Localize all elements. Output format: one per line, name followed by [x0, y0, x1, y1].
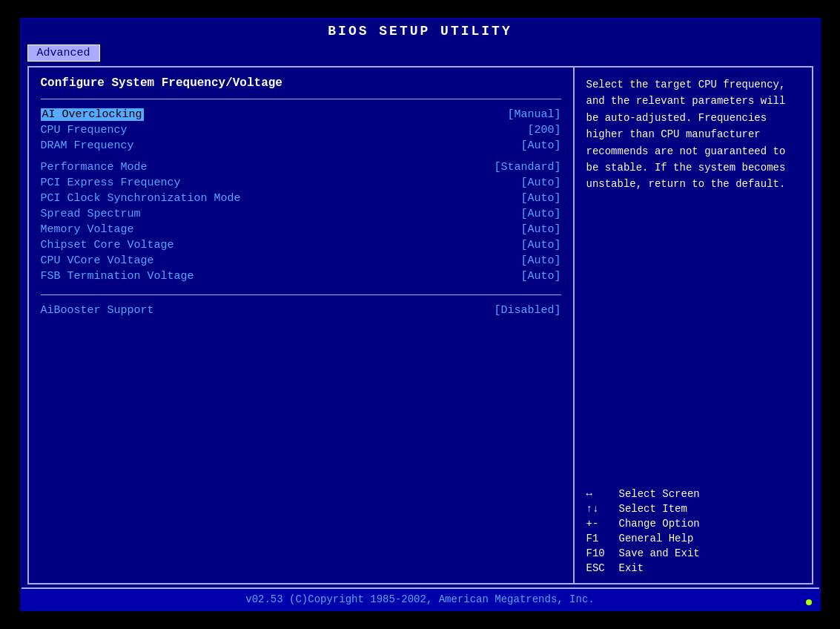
key-help-f10: F10 Save and Exit [586, 547, 800, 559]
help-text: Select the target CPU frequency, and the… [586, 76, 800, 193]
key-help-change-option: +- Change Option [586, 518, 800, 530]
title-text: BIOS SETUP UTILITY [328, 24, 512, 39]
menu-group-2: Performance Mode [Standard] PCI Express … [41, 159, 561, 284]
bios-main: Configure System Frequency/Voltage AI Ov… [27, 66, 813, 584]
item-name-fsb-term: FSB Termination Voltage [41, 270, 194, 283]
item-value-fsb-term: [Auto] [520, 270, 560, 283]
list-item[interactable]: PCI Clock Synchronization Mode [Auto] [41, 191, 561, 206]
item-name-ai-overclocking: AI Overclocking [41, 108, 144, 121]
status-indicator [806, 599, 812, 605]
item-value-cpu-vcore: [Auto] [520, 254, 560, 267]
key-symbol-plusminus: +- [586, 518, 613, 530]
list-item[interactable]: FSB Termination Voltage [Auto] [41, 269, 561, 284]
item-value-ai-overclocking: [Manual] [507, 108, 560, 121]
menu-group-1: AI Overclocking [Manual] CPU Frequency [… [41, 107, 561, 154]
list-item[interactable]: Performance Mode [Standard] [41, 159, 561, 175]
key-desc-save-exit: Save and Exit [619, 547, 700, 559]
list-item[interactable]: PCI Express Frequency [Auto] [41, 175, 561, 191]
nav-bar: Advanced [22, 43, 819, 63]
key-help-section: ↔ Select Screen ↑↓ Select Item +- Change… [586, 488, 800, 574]
key-help-f1: F1 General Help [586, 533, 800, 544]
list-item[interactable]: AI Overclocking [Manual] [41, 107, 561, 122]
key-desc-select-item: Select Item [619, 503, 687, 515]
bios-footer: v02.53 (C)Copyright 1985-2002, American … [22, 587, 819, 610]
list-item[interactable]: Memory Voltage [Auto] [41, 222, 561, 237]
item-value-mem-voltage: [Auto] [520, 223, 560, 236]
key-help-esc: ESC Exit [586, 562, 800, 574]
item-value-chipset-voltage: [Auto] [520, 239, 560, 251]
divider-bottom [41, 294, 561, 295]
item-name-chipset-voltage: Chipset Core Voltage [41, 239, 174, 251]
key-help-select-screen: ↔ Select Screen [586, 488, 800, 500]
divider-top [41, 99, 561, 99]
list-item[interactable]: AiBooster Support [Disabled] [41, 303, 561, 318]
menu-group-3: AiBooster Support [Disabled] [41, 303, 561, 318]
section-title: Configure System Frequency/Voltage [41, 76, 561, 90]
bios-container: BIOS SETUP UTILITY Advanced Configure Sy… [20, 18, 821, 611]
item-value-spread-spectrum: [Auto] [520, 208, 560, 220]
item-name-cpu-freq: CPU Frequency [41, 124, 128, 136]
right-panel: Select the target CPU frequency, and the… [575, 67, 812, 583]
item-name-pci-express: PCI Express Frequency [41, 177, 181, 189]
footer-text: v02.53 (C)Copyright 1985-2002, American … [245, 593, 594, 605]
item-value-cpu-freq: [200] [527, 124, 560, 136]
key-symbol-arrows: ↔ [586, 488, 613, 500]
list-item[interactable]: DRAM Frequency [Auto] [41, 138, 561, 154]
item-name-mem-voltage: Memory Voltage [41, 223, 134, 236]
item-name-cpu-vcore: CPU VCore Voltage [41, 254, 154, 267]
item-name-spread-spectrum: Spread Spectrum [41, 208, 141, 220]
bios-title: BIOS SETUP UTILITY [22, 19, 819, 43]
list-item[interactable]: Chipset Core Voltage [Auto] [41, 237, 561, 253]
key-desc-exit: Exit [619, 562, 644, 574]
item-name-perf-mode: Performance Mode [41, 161, 148, 174]
item-value-pci-clock: [Auto] [520, 192, 560, 205]
list-item[interactable]: CPU Frequency [200] [41, 122, 561, 138]
item-value-aibooster: [Disabled] [494, 304, 560, 317]
item-name-pci-clock: PCI Clock Synchronization Mode [41, 192, 241, 205]
item-name-aibooster: AiBooster Support [41, 304, 154, 317]
list-item[interactable]: CPU VCore Voltage [Auto] [41, 253, 561, 269]
item-value-pci-express: [Auto] [520, 177, 560, 189]
key-desc-change-option: Change Option [619, 518, 700, 530]
key-symbol-f10: F10 [586, 547, 613, 559]
key-desc-select-screen: Select Screen [619, 488, 700, 500]
key-desc-general-help: General Help [619, 533, 694, 544]
item-value-perf-mode: [Standard] [494, 161, 560, 174]
key-symbol-esc: ESC [586, 562, 613, 574]
item-name-dram-freq: DRAM Frequency [41, 139, 134, 152]
key-symbol-f1: F1 [586, 533, 613, 544]
left-panel: Configure System Frequency/Voltage AI Ov… [29, 67, 575, 583]
key-help-select-item: ↑↓ Select Item [586, 503, 800, 515]
nav-tab-advanced[interactable]: Advanced [27, 45, 100, 62]
item-value-dram-freq: [Auto] [520, 139, 560, 152]
key-symbol-updown: ↑↓ [586, 503, 613, 515]
list-item[interactable]: Spread Spectrum [Auto] [41, 206, 561, 222]
